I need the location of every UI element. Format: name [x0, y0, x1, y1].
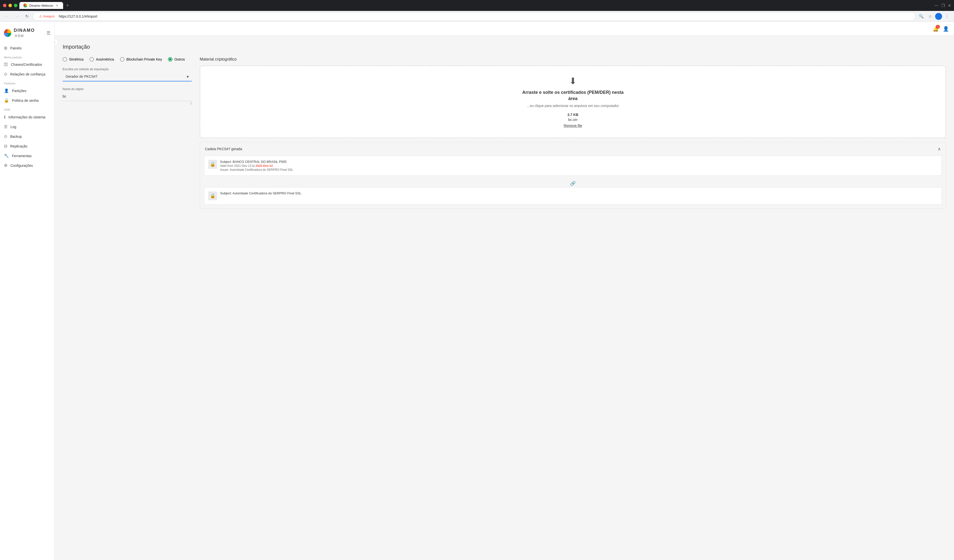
sidebar-item-politica[interactable]: 🔒 Política de senha	[0, 96, 55, 105]
profile-button[interactable]: 👤	[935, 13, 942, 20]
drop-zone-subtitle: ...ou clique para selecionar os arquivos…	[205, 104, 941, 108]
sidebar-label-paineis: Painéis	[10, 46, 22, 50]
upload-icon: ⬇	[205, 76, 941, 86]
remove-file-button[interactable]: Remove file	[564, 124, 582, 128]
chain-link-icon: 🔗	[570, 181, 576, 186]
refresh-button[interactable]: ↻	[23, 12, 31, 20]
radio-circle-simetrica	[62, 57, 67, 62]
cert-issuer-0: Issuer: Autoridade Certificadora do SERP…	[220, 168, 938, 171]
tab-title: Dinamo Webcon	[29, 4, 53, 8]
active-tab[interactable]: Dinamo Webcon ✕	[19, 2, 63, 9]
backup-icon: ⊙	[4, 134, 7, 139]
import-type-radio-group: Simétrica Assimétrica Blockchain Private…	[62, 57, 192, 62]
sidebar-item-paineis[interactable]: ⊞ Painéis	[0, 43, 55, 53]
notification-badge: 1	[936, 25, 940, 29]
chain-header[interactable]: Cadeia PKCS#7 gerada ∧	[200, 142, 946, 156]
particoes-icon: 👤	[4, 89, 9, 93]
char-count: 2	[62, 101, 192, 105]
window-max-btn[interactable]	[14, 4, 17, 7]
sidebar-label-informacoes: Informações do sistema	[8, 115, 45, 119]
cert-info-0: Subject: BANCO CENTRAL DO BRASIL P505 Va…	[220, 160, 938, 171]
url-bar[interactable]: ⚠ Inseguro https://127.0.0.1/#/import	[33, 12, 915, 20]
relacoes-icon: ⊙	[4, 72, 7, 76]
method-select-wrapper: Gerador de PKCS#7 ▾	[62, 72, 192, 81]
object-name-input[interactable]	[62, 92, 192, 101]
cert-valid-0: Valid from 2021-Dec-13 to 2022-Dec-13	[220, 164, 938, 168]
radio-simetrica[interactable]: Simétrica	[62, 57, 83, 62]
sidebar-label-ferramentas: Ferramentas	[12, 154, 31, 158]
search-button[interactable]: 🔍	[917, 12, 925, 20]
sidebar-label-backup: Backup	[10, 135, 22, 138]
cert-info-1: Subject: Autoridade Certificadora do SER…	[220, 191, 938, 195]
method-form-group: Escolha um método de importação Gerador …	[62, 67, 192, 81]
file-drop-zone[interactable]: ⬇ Arraste e solte os certificados (PEM/D…	[200, 65, 946, 138]
back-button[interactable]: ←	[3, 12, 11, 20]
top-bar: 🔔 1 👤	[55, 22, 954, 36]
hamburger-button[interactable]: ☰	[47, 30, 50, 36]
notifications-button[interactable]: 🔔 1	[933, 26, 939, 32]
security-icon: ⚠	[39, 14, 42, 19]
method-select[interactable]: Gerador de PKCS#7	[62, 72, 192, 81]
sidebar-item-replicacao[interactable]: ⊟ Replicação	[0, 141, 55, 151]
cert-subject-1: Subject: Autoridade Certificadora do SER…	[220, 191, 938, 195]
sidebar-section-my-partition: Minha partição	[0, 53, 55, 60]
sidebar-item-relacoes[interactable]: ⊙ Relações de confiança	[0, 69, 55, 79]
bookmark-button[interactable]: ☆	[926, 12, 934, 20]
sidebar-item-particoes[interactable]: 👤 Partições	[0, 86, 55, 96]
cert-icon-1: 🔒	[208, 191, 217, 200]
close-button[interactable]: ✕	[948, 3, 951, 8]
chain-collapse-icon: ∧	[938, 146, 941, 152]
app-body: DINAMO HSM ☰ ⊞ Painéis Minha partição ⚿ …	[0, 22, 954, 560]
window-controls	[3, 4, 17, 7]
tab-bar: Dinamo Webcon ✕ +	[19, 2, 932, 9]
sidebar-item-ferramentas[interactable]: 🔧 Ferramentas	[0, 151, 55, 160]
minimize-button[interactable]: —	[934, 3, 938, 8]
new-tab-button[interactable]: +	[64, 2, 71, 9]
radio-circle-assimetrica	[89, 57, 94, 62]
radio-label-assimetrica: Assimétrica	[96, 58, 114, 61]
cert-icon-0: 🔒	[208, 160, 217, 169]
sidebar-section-hsm: HSM	[0, 105, 55, 112]
window-min-btn[interactable]	[8, 4, 12, 7]
forward-button[interactable]: →	[13, 12, 21, 20]
radio-outros[interactable]: Outros	[168, 57, 185, 62]
app-name: DINAMO HSM	[14, 28, 44, 38]
radio-blockchain[interactable]: Blockchain Private Key	[120, 57, 162, 62]
sidebar: DINAMO HSM ☰ ⊞ Painéis Minha partição ⚿ …	[0, 22, 55, 560]
drop-zone-section-title: Material criptográfico	[200, 57, 946, 62]
sidebar-item-informacoes[interactable]: ℹ Informações do sistema	[0, 112, 55, 122]
nav-bar: ← → ↻ ⚠ Inseguro https://127.0.0.1/#/imp…	[0, 11, 954, 22]
object-name-label: Nome do objeto	[62, 87, 192, 91]
sidebar-section-partitions: Partições	[0, 79, 55, 86]
cert-subject-0: Subject: BANCO CENTRAL DO BRASIL P505	[220, 160, 938, 163]
sidebar-item-configuracoes[interactable]: ⚙ Configurações	[0, 160, 55, 170]
log-icon: ☰	[4, 124, 8, 129]
sidebar-label-log: Log	[11, 125, 16, 129]
security-label: Inseguro	[43, 15, 55, 18]
politica-icon: 🔒	[4, 98, 9, 103]
radio-assimetrica[interactable]: Assimétrica	[89, 57, 114, 62]
object-name-form-group: Nome do objeto 2	[62, 87, 192, 105]
logo-icon	[4, 29, 11, 37]
chain-connector: 🔗	[200, 180, 946, 187]
ferramentas-icon: 🔧	[4, 153, 9, 158]
radio-circle-blockchain	[120, 57, 125, 62]
radio-label-simetrica: Simétrica	[69, 58, 83, 61]
sidebar-item-log[interactable]: ☰ Log	[0, 122, 55, 132]
menu-button[interactable]: ⋮	[943, 12, 951, 20]
pkcs7-chain-section: Cadeia PKCS#7 gerada ∧ 🔒 Subject: BANCO …	[200, 142, 946, 209]
radio-label-blockchain: Blockchain Private Key	[126, 58, 162, 61]
chain-title: Cadeia PKCS#7 gerada	[205, 147, 242, 151]
url-display: https://127.0.0.1/#/import	[59, 14, 97, 19]
configuracoes-icon: ⚙	[4, 163, 8, 168]
window-action-controls: — ❐ ✕	[934, 3, 951, 8]
user-account-button[interactable]: 👤	[943, 26, 949, 32]
sidebar-label-relacoes: Relações de confiança	[10, 72, 45, 76]
sidebar-item-chaves[interactable]: ⚿ Chaves/Certificados	[0, 60, 55, 69]
sidebar-item-backup[interactable]: ⊙ Backup	[0, 132, 55, 141]
tab-close-button[interactable]: ✕	[55, 3, 59, 8]
restore-button[interactable]: ❐	[942, 3, 945, 8]
main-scroll-area: Importação Simétrica A	[55, 36, 954, 560]
window-close-btn[interactable]	[3, 4, 6, 7]
sidebar-label-politica: Política de senha	[12, 98, 39, 103]
